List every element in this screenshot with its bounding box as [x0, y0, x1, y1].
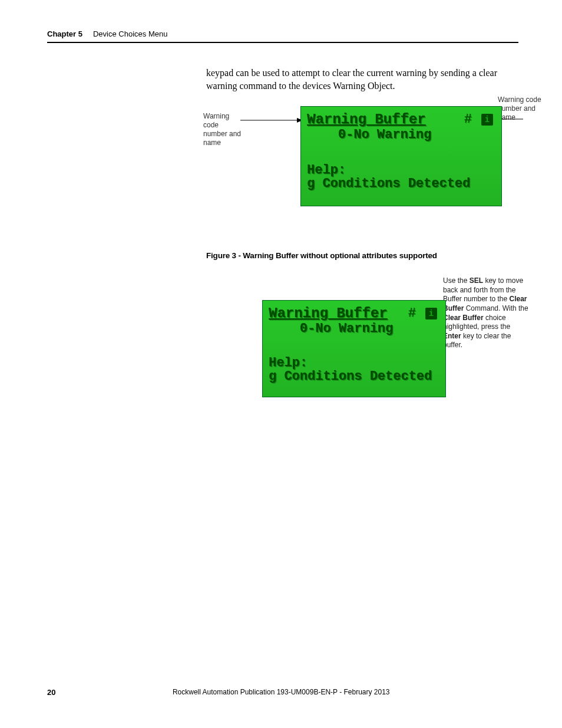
lcd-title-2: Warning Buffer [269, 305, 388, 321]
info-icon-2: i [425, 308, 437, 319]
lcd-help-2: Help: g Conditions Detected [269, 356, 439, 383]
lcd-screen-1: Warning Buffer # i 0-No Warning Help: g … [300, 106, 502, 206]
publication-line: Rockwell Automation Publication 193-UM00… [173, 688, 390, 697]
figure-warning-buffer-2: Use the SEL key to move back and forth f… [206, 280, 536, 404]
lcd-subline: 0-No Warning [307, 127, 495, 142]
callout-right-2: Use the SEL key to move back and forth f… [443, 276, 530, 350]
figure-warning-buffer-1: Warning code number and name Warning cod… [206, 106, 536, 224]
lcd-screen-2: Warning Buffer # i 0-No Warning Help: g … [262, 300, 446, 397]
page-footer: 20 Rockwell Automation Publication 193-U… [47, 688, 518, 697]
chapter-title: Device Choices Menu [93, 29, 167, 38]
figure3-caption: Figure 3 - Warning Buffer without option… [206, 251, 518, 260]
info-icon: i [481, 114, 493, 126]
lcd-subline-2: 0-No Warning [269, 321, 439, 336]
arrow-left-icon [240, 117, 305, 124]
page-header: Chapter 5 Device Choices Menu [47, 29, 518, 43]
lcd-help: Help: g Conditions Detected [307, 163, 495, 190]
callout-left: Warning code number and name [203, 112, 244, 147]
hash-icon: # [464, 112, 472, 127]
lcd-title: Warning Buffer [307, 111, 426, 127]
page-number: 20 [47, 688, 55, 697]
body-paragraph: keypad can be used to attempt to clear t… [206, 67, 513, 92]
hash-icon-2: # [408, 306, 416, 321]
chapter-label: Chapter 5 [47, 29, 82, 38]
